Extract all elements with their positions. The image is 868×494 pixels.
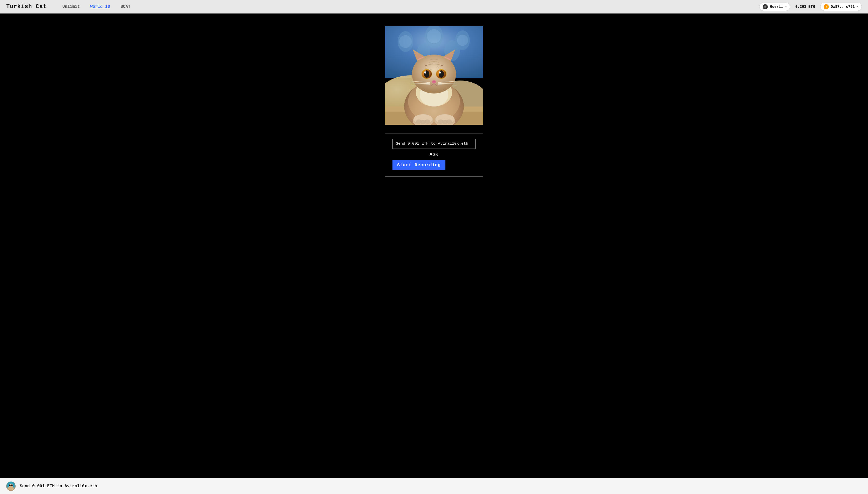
svg-point-61 — [11, 484, 13, 486]
svg-point-1 — [765, 6, 766, 7]
main-nav: Unlimit World ID $CAT — [62, 4, 130, 9]
svg-point-60 — [9, 484, 11, 486]
network-dot-icon — [763, 4, 768, 10]
ask-button[interactable]: ASK — [393, 152, 475, 157]
header-left: Turkish Cat Unlimit World ID $CAT — [6, 3, 131, 10]
svg-point-37 — [440, 73, 441, 74]
network-name: Goerli — [770, 5, 783, 9]
transaction-icon — [6, 481, 16, 491]
svg-point-56 — [446, 119, 452, 124]
svg-point-36 — [425, 73, 426, 74]
interaction-box: ASK Start Recording — [385, 133, 483, 177]
svg-point-62 — [9, 484, 10, 485]
wallet-chevron-icon: ▾ — [857, 5, 859, 8]
start-recording-button[interactable]: Start Recording — [393, 160, 446, 170]
nav-cat-token[interactable]: $CAT — [120, 4, 130, 9]
svg-point-53 — [425, 119, 430, 124]
header: Turkish Cat Unlimit World ID $CAT Goerli… — [0, 0, 868, 14]
wallet-icon: W — [824, 4, 829, 10]
network-chevron-icon: ▾ — [785, 5, 787, 8]
ask-input[interactable] — [393, 139, 475, 149]
bottom-transaction-bar: Send 0.001 ETH to Aviral10x.eth — [0, 478, 868, 494]
main-content: ASK Start Recording — [0, 14, 868, 478]
nav-world-id[interactable]: World ID — [90, 4, 110, 9]
site-title: Turkish Cat — [6, 3, 47, 10]
network-selector[interactable]: Goerli ▾ — [759, 3, 790, 11]
wallet-selector[interactable]: W 0x87...c761 ▾ — [820, 3, 862, 11]
wallet-address: 0x87...c761 — [831, 5, 855, 9]
eth-balance: 0.263 ETH — [793, 3, 817, 10]
nav-unlimit[interactable]: Unlimit — [62, 4, 80, 9]
svg-point-10 — [399, 35, 412, 48]
cat-image — [385, 26, 483, 125]
cat-image-container — [385, 26, 483, 125]
svg-point-12 — [457, 35, 468, 46]
header-right: Goerli ▾ 0.263 ETH W 0x87...c761 ▾ — [759, 3, 862, 11]
transaction-text: Send 0.001 ETH to Aviral10x.eth — [20, 484, 97, 489]
svg-point-59 — [8, 486, 14, 490]
svg-point-11 — [427, 29, 441, 44]
svg-point-63 — [12, 484, 12, 485]
